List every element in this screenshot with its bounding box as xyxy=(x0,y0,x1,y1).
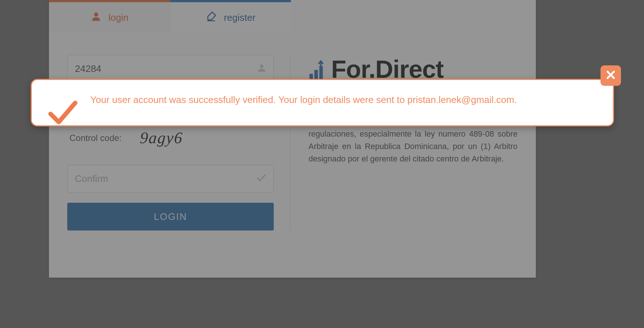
modal-overlay[interactable] xyxy=(0,0,644,328)
success-check-icon xyxy=(46,96,79,130)
close-button[interactable] xyxy=(601,65,621,86)
close-icon xyxy=(605,69,616,82)
notice-message: Your user account was successfully verif… xyxy=(90,93,598,107)
verification-notice: Your user account was successfully verif… xyxy=(31,79,614,126)
